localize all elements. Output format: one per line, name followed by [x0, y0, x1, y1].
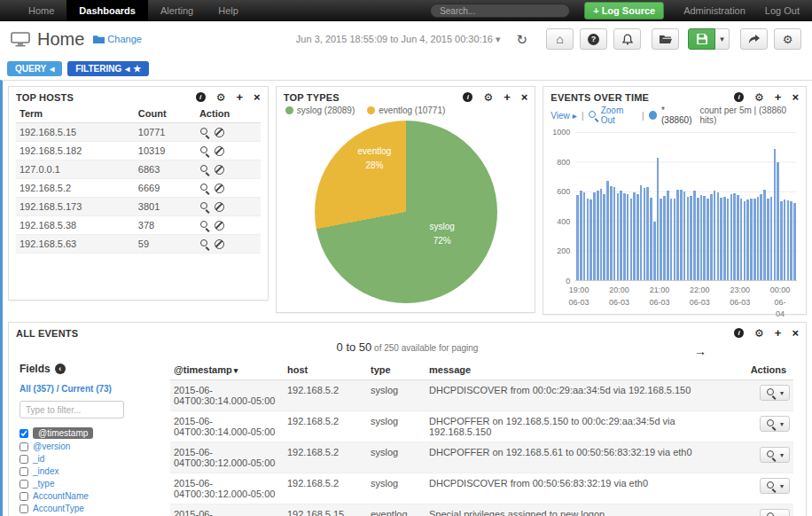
- home-button[interactable]: ⌂: [546, 28, 574, 50]
- exclude-term-icon[interactable]: [215, 128, 224, 137]
- series-legend-dot[interactable]: [649, 111, 657, 120]
- refresh-icon[interactable]: ↻: [516, 33, 527, 46]
- time-range-selector[interactable]: Jun 3, 2015 18:55:09 to Jun 4, 2015 00:3…: [296, 34, 493, 44]
- field-checkbox[interactable]: [20, 504, 28, 513]
- info-icon[interactable]: i: [734, 92, 744, 102]
- event-actions-button[interactable]: ▾: [760, 478, 790, 494]
- collapse-fields-icon[interactable]: ‹: [55, 364, 66, 374]
- nav-link-administration[interactable]: Administration: [683, 5, 746, 16]
- histogram-bar: [784, 199, 786, 280]
- move-icon[interactable]: +: [775, 327, 782, 339]
- gear-icon[interactable]: ⚙: [216, 92, 226, 103]
- share-button[interactable]: [740, 28, 768, 50]
- next-page-arrow[interactable]: →: [694, 344, 707, 358]
- close-icon[interactable]: ×: [521, 91, 528, 103]
- histogram-bar: [753, 199, 756, 280]
- search-term-icon[interactable]: [199, 183, 210, 193]
- event-actions-button[interactable]: ▾: [760, 385, 790, 401]
- move-icon[interactable]: +: [775, 91, 782, 103]
- histogram-bar: [683, 192, 686, 280]
- nav-link-logout[interactable]: Log Out: [765, 5, 800, 16]
- field-label[interactable]: AccountName: [33, 491, 89, 501]
- x-tick-date: 06-04: [770, 297, 791, 321]
- nav-item-help[interactable]: Help: [206, 0, 251, 21]
- event-actions-button[interactable]: ▾: [760, 447, 790, 463]
- field-filter-input[interactable]: [20, 401, 124, 418]
- search-term-icon[interactable]: [199, 127, 210, 137]
- save-options-caret-button[interactable]: ▾: [715, 28, 730, 50]
- field-checkbox[interactable]: [20, 480, 28, 489]
- field-label[interactable]: AccountType: [33, 504, 84, 513]
- close-icon[interactable]: ×: [792, 327, 799, 339]
- field-checkbox[interactable]: [20, 429, 28, 438]
- field-checkbox[interactable]: [20, 442, 28, 451]
- search-term-icon[interactable]: [199, 164, 210, 175]
- timestamp-cell: 2015-06-04T00:30:12.000-05:00: [174, 447, 282, 468]
- change-dashboard-link[interactable]: Change: [93, 34, 142, 44]
- types-pie-chart[interactable]: [315, 121, 497, 303]
- field-checkbox[interactable]: [20, 467, 28, 476]
- filtering-toggle-button[interactable]: FILTERING◂★: [67, 61, 149, 76]
- info-icon[interactable]: i: [463, 92, 472, 102]
- zoom-out-link[interactable]: Zoom Out: [588, 106, 637, 125]
- exclude-term-icon[interactable]: [215, 202, 224, 212]
- view-link[interactable]: View▸: [550, 111, 577, 121]
- histogram-bar: [646, 187, 649, 280]
- info-icon[interactable]: i: [196, 92, 206, 102]
- exclude-term-icon[interactable]: [215, 184, 224, 193]
- fields-current-link[interactable]: Current (73): [61, 384, 112, 394]
- field-label[interactable]: _type: [33, 479, 54, 489]
- field-label[interactable]: @version: [33, 442, 70, 451]
- save-dashboard-button[interactable]: [688, 28, 715, 50]
- search-term-icon[interactable]: [199, 145, 210, 156]
- field-checkbox[interactable]: [20, 492, 28, 501]
- nav-item-alerting[interactable]: Alerting: [148, 0, 206, 21]
- timestamp-cell: 2015-06-04T00:30:14.000-05:00: [174, 416, 282, 437]
- event-actions-button[interactable]: ▾: [760, 509, 790, 516]
- nav-item-home[interactable]: Home: [16, 0, 66, 21]
- exclude-term-icon[interactable]: [215, 239, 224, 249]
- search-term-icon[interactable]: [199, 238, 210, 249]
- alerts-button[interactable]: [613, 28, 641, 50]
- histogram-bar: [790, 201, 792, 280]
- action-cell: [199, 183, 257, 193]
- event-actions-button[interactable]: ▾: [760, 416, 790, 432]
- legend-item[interactable]: syslog (28089): [285, 106, 355, 115]
- search-term-icon[interactable]: [199, 201, 210, 212]
- close-icon[interactable]: ×: [792, 91, 799, 103]
- configure-button[interactable]: ⚙: [774, 28, 801, 50]
- exclude-term-icon[interactable]: [215, 221, 224, 231]
- close-icon[interactable]: ×: [254, 91, 261, 103]
- histogram-bar: [670, 199, 673, 280]
- info-icon[interactable]: i: [734, 328, 744, 338]
- folder-icon: [93, 35, 105, 43]
- field-label[interactable]: _index: [33, 466, 59, 476]
- load-dashboard-button[interactable]: [652, 28, 679, 50]
- exclude-term-icon[interactable]: [215, 165, 224, 175]
- type-cell: syslog: [371, 385, 424, 395]
- field-checkbox[interactable]: [20, 455, 28, 464]
- x-tick-label: 00:0006-04: [770, 285, 791, 321]
- exclude-term-icon[interactable]: [215, 146, 224, 156]
- x-tick-time: 23:00: [730, 285, 750, 297]
- message-cell: DHCPOFFER on 192.168.5.150 to 00:0c:29:a…: [429, 416, 733, 437]
- count-cell: 59: [138, 238, 199, 249]
- help-button[interactable]: ?: [580, 28, 607, 50]
- query-toggle-button[interactable]: QUERY◂: [7, 61, 62, 76]
- nav-item-dashboards[interactable]: Dashboards: [66, 0, 148, 21]
- add-log-source-button[interactable]: + Log Source: [584, 2, 664, 20]
- gear-icon[interactable]: ⚙: [483, 92, 493, 103]
- fields-all-link[interactable]: All (357): [20, 384, 54, 394]
- chevron-down-icon: ▾: [780, 420, 784, 428]
- gear-icon[interactable]: ⚙: [754, 328, 764, 339]
- events-histogram[interactable]: 02004006008001000 19:0006-0320:0006-0321…: [550, 132, 799, 306]
- gear-icon[interactable]: ⚙: [754, 92, 764, 103]
- search-input[interactable]: [430, 4, 570, 18]
- col-timestamp[interactable]: @timestamp▾: [174, 364, 282, 375]
- move-icon[interactable]: +: [236, 91, 243, 103]
- field-label[interactable]: _id: [33, 454, 44, 464]
- move-icon[interactable]: +: [504, 91, 511, 103]
- field-label[interactable]: @timestamp: [33, 427, 93, 439]
- search-term-icon[interactable]: [199, 220, 210, 231]
- legend-item[interactable]: eventlog (10771): [367, 106, 445, 115]
